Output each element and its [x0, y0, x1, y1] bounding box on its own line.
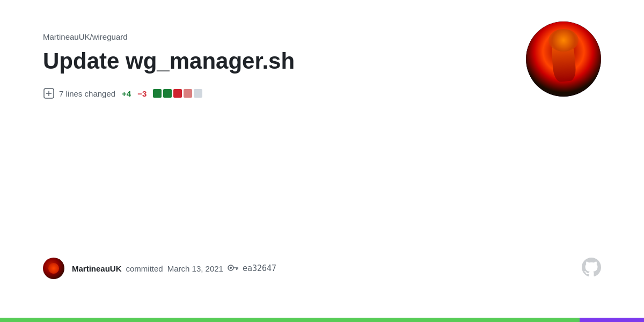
commit-hash-group: ea32647 [228, 264, 276, 273]
diff-bar-3 [173, 89, 182, 98]
additions-count: +4 [122, 89, 131, 98]
diff-bar-2 [163, 89, 172, 98]
bottom-bar [0, 318, 644, 322]
committer-name[interactable]: MartineauUK [72, 264, 122, 273]
deletions-count: −3 [137, 89, 147, 98]
commit-action: committed [126, 264, 163, 273]
main-content: MartineauUK/wireguard Update wg_manager.… [0, 0, 644, 99]
commit-hash[interactable]: ea32647 [243, 264, 276, 273]
repo-avatar [526, 21, 601, 97]
svg-point-4 [230, 267, 232, 269]
commit-info: MartineauUK committed March 13, 2021 ea3… [43, 258, 276, 279]
lines-changed-count: 7 lines changed [59, 89, 115, 98]
stats-row: 7 lines changed +4 −3 [43, 87, 601, 99]
repo-path[interactable]: MartineauUK/wireguard [43, 32, 601, 41]
key-icon [228, 265, 238, 272]
bottom-bar-purple [580, 318, 644, 322]
commit-title: Update wg_manager.sh [43, 48, 601, 75]
diff-bar-4 [184, 89, 192, 98]
diff-bars [153, 89, 202, 98]
github-icon [582, 258, 601, 279]
lines-changed-group: 7 lines changed [43, 87, 115, 99]
commit-footer: MartineauUK committed March 13, 2021 ea3… [43, 258, 601, 279]
commit-date: March 13, 2021 [167, 264, 223, 273]
bottom-bar-green [0, 318, 580, 322]
repo-avatar-image [526, 21, 601, 97]
diff-bar-1 [153, 89, 162, 98]
diff-icon [43, 87, 55, 99]
diff-bar-5 [194, 89, 202, 98]
commit-meta: MartineauUK committed March 13, 2021 ea3… [72, 264, 276, 273]
committer-avatar [43, 258, 64, 279]
